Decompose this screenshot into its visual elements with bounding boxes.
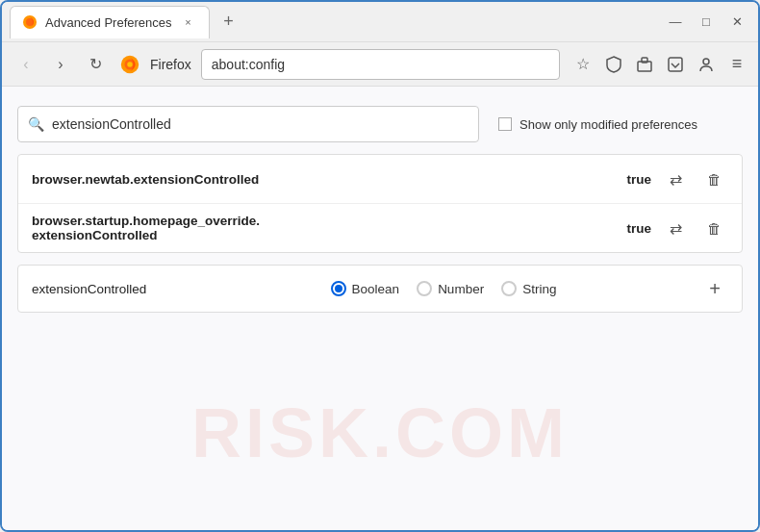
swap-icon-2: ⇄	[670, 219, 682, 238]
tab-title: Advanced Preferences	[45, 15, 172, 30]
string-radio[interactable]	[501, 281, 517, 296]
pref-actions-1: ⇄ 🗑	[661, 165, 728, 193]
search-box[interactable]: 🔍	[17, 106, 479, 142]
table-row: browser.startup.homepage_override. exten…	[18, 204, 742, 252]
svg-point-8	[703, 59, 709, 64]
firefox-logo-icon	[119, 54, 140, 75]
number-label: Number	[438, 282, 484, 296]
swap-button-2[interactable]: ⇄	[661, 214, 690, 242]
pocket-icon[interactable]	[664, 53, 687, 76]
shield-icon[interactable]	[602, 53, 625, 76]
new-tab-button[interactable]: +	[215, 9, 242, 36]
type-string-option[interactable]: String	[501, 281, 556, 296]
new-pref-name: extensionControlled	[32, 282, 186, 296]
modified-checkbox[interactable]	[498, 117, 512, 131]
pref-name-2-container: browser.startup.homepage_override. exten…	[32, 214, 615, 242]
nav-icons-group: ☆	[571, 53, 748, 76]
address-text: about:config	[212, 57, 285, 72]
trash-icon-2: 🗑	[707, 220, 722, 237]
pref-actions-2: ⇄ 🗑	[661, 214, 728, 242]
account-icon[interactable]	[695, 53, 718, 76]
browser-name-label: Firefox	[150, 57, 191, 72]
browser-window: Advanced Preferences × + — □ ✕ ‹ › ↻ Fir…	[0, 0, 760, 532]
type-options: Boolean Number String	[205, 281, 682, 296]
tab-close-button[interactable]: ×	[180, 13, 197, 31]
refresh-button[interactable]: ↻	[81, 50, 110, 79]
swap-icon-1: ⇄	[670, 170, 682, 189]
minimize-button[interactable]: —	[662, 9, 689, 36]
search-icon: 🔍	[28, 116, 44, 132]
navigation-bar: ‹ › ↻ Firefox about:config ☆	[2, 42, 758, 87]
back-button[interactable]: ‹	[12, 50, 40, 79]
maximize-button[interactable]: □	[693, 9, 720, 36]
delete-button-1[interactable]: 🗑	[699, 165, 728, 193]
bookmark-star-icon[interactable]: ☆	[571, 53, 595, 76]
preferences-table: browser.newtab.extensionControlled true …	[17, 154, 743, 253]
address-bar[interactable]: about:config	[201, 49, 560, 80]
title-bar: Advanced Preferences × + — □ ✕	[2, 2, 758, 42]
boolean-label: Boolean	[352, 282, 400, 296]
boolean-radio-dot	[335, 285, 342, 292]
watermark: RISK.COM	[191, 393, 569, 472]
svg-point-4	[127, 62, 133, 67]
extension-icon[interactable]	[633, 53, 656, 76]
svg-rect-7	[669, 58, 682, 71]
delete-button-2[interactable]: 🗑	[699, 214, 728, 242]
trash-icon-1: 🗑	[707, 171, 722, 188]
search-section: 🔍 Show only modified preferences	[17, 106, 743, 142]
new-preference-section: extensionControlled Boolean Number	[17, 265, 743, 313]
active-tab[interactable]: Advanced Preferences ×	[10, 6, 210, 38]
pref-name-2-line2: extensionControlled	[32, 228, 615, 242]
string-label: String	[522, 282, 556, 296]
page-content: RISK.COM 🔍 Show only modified preference…	[2, 87, 758, 530]
type-number-option[interactable]: Number	[417, 281, 484, 296]
add-preference-button[interactable]: +	[701, 275, 728, 302]
tab-favicon	[22, 14, 38, 30]
swap-button-1[interactable]: ⇄	[661, 165, 690, 193]
window-controls: — □ ✕	[662, 9, 750, 36]
svg-rect-6	[642, 58, 647, 63]
table-row: browser.newtab.extensionControlled true …	[18, 155, 742, 204]
pref-value-2: true	[615, 221, 651, 236]
boolean-radio[interactable]	[331, 281, 346, 296]
modified-prefs-filter[interactable]: Show only modified preferences	[498, 117, 697, 132]
pref-name-2-line1: browser.startup.homepage_override.	[32, 214, 615, 228]
modified-label: Show only modified preferences	[519, 117, 697, 132]
close-button[interactable]: ✕	[723, 9, 750, 36]
search-input[interactable]	[52, 116, 469, 132]
pref-name-1: browser.newtab.extensionControlled	[32, 172, 615, 187]
pref-value-1: true	[615, 172, 651, 187]
menu-icon[interactable]: ≡	[725, 53, 748, 76]
number-radio[interactable]	[417, 281, 432, 296]
forward-button[interactable]: ›	[46, 50, 75, 79]
type-boolean-option[interactable]: Boolean	[331, 281, 400, 296]
